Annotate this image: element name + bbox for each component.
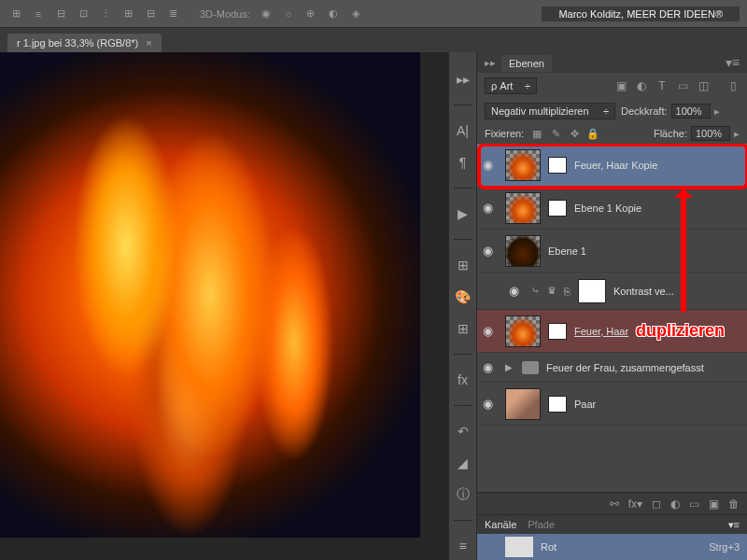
lock-paint-icon[interactable]: ✎ xyxy=(548,126,563,141)
visibility-icon[interactable]: ◉ xyxy=(483,360,498,375)
layer-mask[interactable] xyxy=(548,396,567,413)
opacity-value[interactable]: 100% xyxy=(671,104,711,119)
layer-name[interactable]: Feuer, Haar Kopie xyxy=(574,160,741,171)
character-icon[interactable]: A| xyxy=(455,122,472,139)
fill-label: Fläche: xyxy=(654,128,687,139)
visibility-icon[interactable]: ◉ xyxy=(483,158,498,173)
layer-thumbnail[interactable] xyxy=(578,279,606,303)
new-layer-icon[interactable]: ▣ xyxy=(709,497,719,511)
channels-tab[interactable]: Kanäle xyxy=(485,519,516,530)
layer-name[interactable]: Feuer der Frau, zusammengefasst xyxy=(546,362,741,373)
chevron-icon[interactable]: ▸ xyxy=(734,128,740,140)
adjustments-icon[interactable]: ≡ xyxy=(455,538,472,554)
align-icon[interactable]: ⊞ xyxy=(7,6,24,22)
layer-row[interactable]: ◉ ⤷ ♛ ⎘ Kontrast ve... xyxy=(477,273,747,310)
visibility-icon[interactable]: ◉ xyxy=(483,244,498,259)
filter-smart-icon[interactable]: ◫ xyxy=(697,79,710,92)
layers-tab[interactable]: Ebenen xyxy=(501,55,552,72)
info-icon[interactable]: ⓘ xyxy=(455,486,472,503)
brush-icon[interactable]: ◢ xyxy=(455,455,472,471)
visibility-icon[interactable]: ◉ xyxy=(483,201,498,216)
align-icon[interactable]: ⊡ xyxy=(75,6,92,22)
3d-icon[interactable]: ⊕ xyxy=(303,6,319,22)
clip-icon: ⤷ xyxy=(531,285,540,297)
play-icon[interactable]: ▶ xyxy=(455,205,472,222)
channel-thumbnail[interactable] xyxy=(505,537,533,557)
layer-row[interactable]: ◉ Feuer, Haar xyxy=(477,310,747,353)
channel-name[interactable]: Rot xyxy=(541,541,557,553)
tab-title: r 1.jpg bei 33,3% (RGB/8*) xyxy=(17,37,138,49)
lock-all-icon[interactable]: 🔒 xyxy=(585,126,600,141)
lock-position-icon[interactable]: ✥ xyxy=(567,126,582,141)
panel-menu-icon[interactable]: ▾≡ xyxy=(728,519,740,531)
3d-icon[interactable]: ◉ xyxy=(258,6,275,22)
adjustment-icon[interactable]: ◐ xyxy=(670,497,680,511)
lock-label: Fixieren: xyxy=(485,128,524,139)
panel-menu-icon[interactable]: ▾≡ xyxy=(726,55,740,70)
layer-row[interactable]: ◉ Feuer, Haar Kopie xyxy=(477,144,747,187)
color-icon[interactable]: 🎨 xyxy=(455,288,472,305)
layer-thumbnail[interactable] xyxy=(505,315,541,347)
visibility-icon[interactable]: ◉ xyxy=(509,284,524,299)
channel-row[interactable]: Rot Strg+3 xyxy=(477,534,747,560)
panel-icon[interactable]: ▸▸ xyxy=(455,71,472,88)
layer-name[interactable]: Feuer, Haar xyxy=(574,326,741,337)
align-icon[interactable]: ⋮ xyxy=(97,6,114,22)
filter-image-icon[interactable]: ▣ xyxy=(614,79,627,92)
document-tab[interactable]: r 1.jpg bei 33,3% (RGB/8*) × xyxy=(7,34,162,52)
3d-mode-label: 3D-Modus: xyxy=(200,8,250,20)
trash-icon[interactable]: 🗑 xyxy=(728,497,740,511)
swatches-icon[interactable]: ⊞ xyxy=(455,257,472,273)
layer-thumbnail[interactable] xyxy=(505,235,541,267)
filter-toggle-icon[interactable]: ▯ xyxy=(726,79,740,92)
collapse-icon[interactable]: ▸▸ xyxy=(485,57,496,69)
3d-icon[interactable]: ○ xyxy=(280,6,297,22)
mask-icon[interactable]: ◻ xyxy=(652,497,661,511)
align-icon[interactable]: ≣ xyxy=(164,6,181,22)
layer-row[interactable]: ◉ Ebene 1 xyxy=(477,230,747,273)
layer-row[interactable]: ◉ ▶ Feuer der Frau, zusammengefasst xyxy=(477,353,747,383)
layer-thumbnail[interactable] xyxy=(505,388,541,420)
filter-type-icon[interactable]: T xyxy=(655,79,669,92)
layer-name[interactable]: Ebene 1 Kopie xyxy=(574,203,741,214)
fill-value[interactable]: 100% xyxy=(691,126,730,141)
layer-name[interactable]: Paar xyxy=(574,399,741,410)
canvas[interactable] xyxy=(0,52,448,560)
blend-mode-dropdown[interactable]: Negativ multiplizieren÷ xyxy=(485,103,615,119)
layer-thumbnail[interactable] xyxy=(505,149,541,181)
align-icon[interactable]: ⊞ xyxy=(120,6,136,22)
layer-name[interactable]: Ebene 1 xyxy=(548,245,741,257)
fx-icon[interactable]: fx xyxy=(455,371,472,388)
channel-shortcut: Strg+3 xyxy=(709,541,740,553)
layer-name[interactable]: Kontrast ve... xyxy=(613,286,741,297)
3d-icon[interactable]: ◐ xyxy=(325,6,342,22)
styles-icon[interactable]: ⊞ xyxy=(455,320,472,337)
chevron-icon[interactable]: ▸ xyxy=(714,105,720,118)
history-icon[interactable]: ↶ xyxy=(455,423,472,440)
close-icon[interactable]: × xyxy=(146,37,151,49)
layer-thumbnail[interactable] xyxy=(505,192,541,224)
layer-mask[interactable] xyxy=(548,157,567,174)
layer-mask[interactable] xyxy=(548,200,567,217)
layer-mask[interactable] xyxy=(548,323,567,340)
filter-shape-icon[interactable]: ▭ xyxy=(676,79,689,92)
fx-icon[interactable]: fx▾ xyxy=(628,497,642,511)
link-layers-icon[interactable]: ⚯ xyxy=(610,497,619,511)
visibility-icon[interactable]: ◉ xyxy=(483,397,498,412)
align-icon[interactable]: ⊟ xyxy=(142,6,159,22)
opacity-label: Deckkraft: xyxy=(621,105,668,117)
align-icon[interactable]: ≡ xyxy=(30,6,47,22)
visibility-icon[interactable]: ◉ xyxy=(483,324,498,339)
3d-icon[interactable]: ◈ xyxy=(347,6,364,22)
filter-adjust-icon[interactable]: ◐ xyxy=(635,79,648,92)
paths-tab[interactable]: Pfade xyxy=(528,519,555,530)
align-icon[interactable]: ⊟ xyxy=(52,6,69,22)
chevron-right-icon[interactable]: ▶ xyxy=(505,362,513,372)
lock-transparency-icon[interactable]: ▦ xyxy=(529,126,544,141)
layer-row[interactable]: ◉ Paar xyxy=(477,383,747,426)
layer-row[interactable]: ◉ Ebene 1 Kopie xyxy=(477,187,747,230)
group-icon[interactable]: ▭ xyxy=(689,497,699,511)
paragraph-icon[interactable]: ¶ xyxy=(455,154,472,171)
filter-kind-dropdown[interactable]: ρ Art÷ xyxy=(485,77,537,94)
link-icon: ⎘ xyxy=(564,286,571,297)
